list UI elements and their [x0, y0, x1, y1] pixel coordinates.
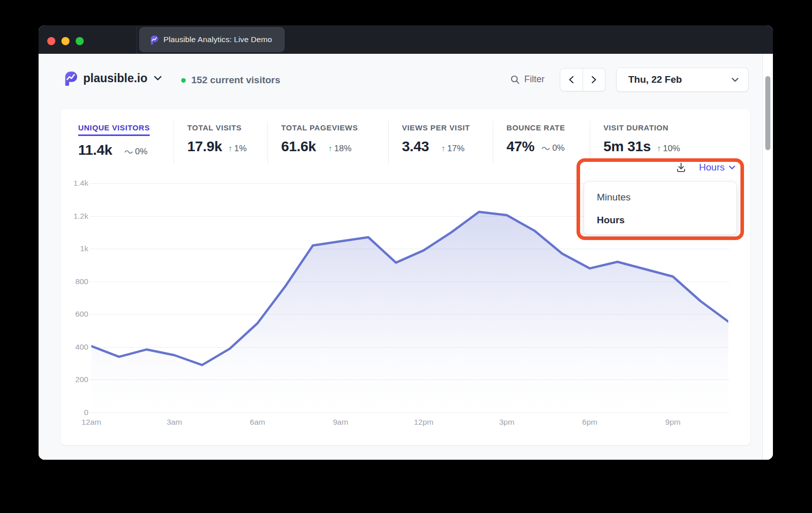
metric-label: VISIT DURATION [603, 123, 668, 132]
browser-window: Plausible Analytics: Live Demo plausible… [39, 25, 773, 460]
metric-unique-visitors[interactable]: UNIQUE VISITORS 11.4k ↑ 0% [61, 121, 174, 163]
metric-change-value: 10% [663, 144, 680, 154]
chevron-down-icon [154, 76, 162, 81]
close-window-button[interactable] [47, 37, 55, 45]
filter-label: Filter [524, 74, 545, 85]
live-dot-icon [181, 78, 186, 83]
window-controls [47, 37, 84, 45]
x-axis-tick-label: 6am [250, 418, 265, 427]
flat-trend-icon [124, 149, 133, 155]
chevron-right-icon [591, 76, 597, 84]
chevron-left-icon [568, 76, 574, 84]
y-axis-tick-label: 800 [66, 277, 88, 287]
metric-change: ↑ 0% [542, 143, 565, 153]
x-axis-tick-label: 3pm [499, 418, 514, 427]
filter-button[interactable]: Filter [510, 74, 545, 85]
interval-dropdown-menu: Minutes Hours [584, 181, 737, 235]
metric-change-value: 1% [234, 144, 247, 154]
chart-gridline [89, 413, 729, 413]
metric-change-value: 18% [334, 144, 352, 154]
metric-change: ↑ 10% [657, 144, 680, 154]
metric-value: 11.4k [78, 142, 112, 158]
x-axis-tick-label: 9pm [665, 418, 681, 427]
interval-selected-label: Hours [699, 162, 725, 173]
metric-change: ↑ 17% [441, 144, 464, 154]
metric-change-value: 0% [135, 147, 148, 157]
x-axis-tick-label: 6pm [582, 418, 597, 427]
site-name: plausible.io [83, 72, 148, 85]
download-icon [675, 162, 687, 173]
plausible-favicon-icon [149, 35, 158, 45]
up-arrow-icon: ↑ [228, 144, 232, 153]
y-axis-tick-label: 200 [66, 374, 88, 385]
y-axis-tick-label: 1.2k [66, 211, 88, 221]
metric-change: ↑ 0% [124, 147, 148, 157]
y-axis-tick-label: 600 [66, 309, 88, 319]
metric-value: 61.6k [281, 139, 316, 155]
x-axis-tick-label: 3am [167, 418, 182, 427]
date-picker-button[interactable]: Thu, 22 Feb [616, 67, 749, 92]
browser-tab[interactable]: Plausible Analytics: Live Demo [139, 27, 285, 52]
site-picker[interactable]: plausible.io [62, 71, 162, 86]
metric-visit-duration[interactable]: VISIT DURATION 5m 31s ↑ 10% [590, 121, 750, 163]
next-period-button[interactable] [583, 69, 605, 91]
menu-item-hours[interactable]: Hours [584, 209, 736, 231]
metrics-row: UNIQUE VISITORS 11.4k ↑ 0% TOTAL VISI [61, 121, 750, 163]
minimize-window-button[interactable] [61, 37, 70, 45]
metric-value: 17.9k [187, 139, 222, 155]
dashboard-card: UNIQUE VISITORS 11.4k ↑ 0% TOTAL VISI [61, 109, 750, 445]
metric-bounce-rate[interactable]: BOUNCE RATE 47% ↑ 0% [493, 121, 590, 163]
x-axis-tick-label: 9am [333, 418, 348, 427]
x-axis-tick-label: 12pm [414, 418, 433, 427]
metric-label: VIEWS PER VISIT [402, 123, 470, 132]
metric-value: 47% [506, 139, 534, 155]
zoom-window-button[interactable] [76, 37, 84, 45]
y-axis-tick-label: 1.4k [66, 178, 88, 188]
up-arrow-icon: ↑ [328, 144, 332, 153]
current-visitors[interactable]: 152 current visitors [181, 75, 280, 86]
metric-views-per-visit[interactable]: VIEWS PER VISIT 3.43 ↑ 17% [389, 121, 493, 163]
chevron-down-icon [729, 165, 735, 169]
titlebar-divider [137, 25, 137, 54]
chevron-down-icon [731, 78, 739, 82]
metric-total-pageviews[interactable]: TOTAL PAGEVIEWS 61.6k ↑ 18% [268, 121, 389, 163]
y-axis-tick-label: 0 [66, 407, 88, 418]
scrollbar-track[interactable] [762, 54, 773, 460]
metric-change: ↑ 18% [328, 144, 352, 154]
date-nav-group [560, 68, 605, 91]
metric-value: 5m 31s [603, 139, 651, 155]
up-arrow-icon: ↑ [657, 144, 661, 153]
metric-change-value: 17% [447, 144, 464, 154]
metric-change: ↑ 1% [228, 144, 247, 154]
search-icon [510, 75, 520, 85]
metric-value: 3.43 [402, 139, 429, 155]
metric-label: BOUNCE RATE [506, 123, 565, 132]
interval-dropdown-trigger[interactable]: Hours [699, 162, 735, 173]
plausible-logo-icon [62, 71, 77, 86]
download-button[interactable] [675, 162, 687, 173]
metric-label: UNIQUE VISITORS [78, 123, 150, 136]
y-axis-tick-label: 400 [66, 342, 88, 352]
tab-title: Plausible Analytics: Live Demo [163, 35, 272, 44]
up-arrow-icon: ↑ [441, 144, 445, 153]
y-axis-tick-label: 1k [66, 244, 88, 254]
page-content: plausible.io 152 current visitors Filter [39, 54, 773, 460]
date-picker-label: Thu, 22 Feb [628, 74, 731, 85]
current-visitors-label: 152 current visitors [191, 75, 280, 86]
metric-label: TOTAL VISITS [187, 123, 242, 132]
menu-item-minutes[interactable]: Minutes [584, 186, 736, 209]
titlebar: Plausible Analytics: Live Demo [39, 25, 773, 54]
chart-toolbar: Hours [675, 160, 735, 175]
flat-trend-icon [542, 145, 550, 151]
scrollbar-thumb[interactable] [765, 76, 770, 150]
metric-change-value: 0% [552, 143, 565, 153]
metric-total-visits[interactable]: TOTAL VISITS 17.9k ↑ 1% [174, 121, 268, 163]
x-axis-tick-label: 12am [82, 418, 101, 427]
previous-period-button[interactable] [560, 69, 583, 91]
metric-label: TOTAL PAGEVIEWS [281, 123, 358, 132]
